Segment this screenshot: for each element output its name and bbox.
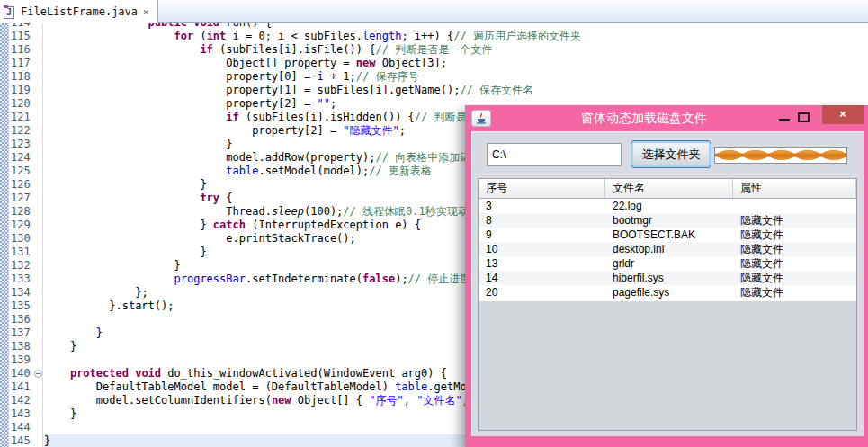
line-number: 120 [9, 97, 42, 111]
code-line: for (int i = 0; i < subFiles.length; i++… [44, 30, 868, 43]
line-number: 123 [9, 138, 42, 151]
table-cell: 8 [479, 213, 605, 228]
java-file-icon: J [4, 5, 15, 19]
file-loader-dialog: 窗体动态加载磁盘文件 × 选择文件夹 [465, 105, 868, 447]
line-number: 124 [9, 151, 42, 165]
table-row[interactable]: 13grldr隐藏文件 [479, 256, 856, 271]
table-cell: 22.log [605, 199, 733, 213]
dialog-content: 选择文件夹 序号文件名属性 [471, 131, 864, 436]
tab-title: FileListFrame.java [21, 5, 138, 18]
table-row[interactable]: 322.log [479, 199, 856, 213]
file-table-body: 322.log8bootmgr隐藏文件9BOOTSECT.BAK隐藏文件10de… [479, 199, 856, 301]
line-number: 130 [9, 232, 42, 246]
file-table-scrollpane: 序号文件名属性 322.log8bootmgr隐藏文件9BOOTSECT.BAK… [478, 178, 857, 431]
table-cell: 隐藏文件 [733, 242, 856, 256]
table-cell: pagefile.sys [605, 285, 733, 299]
line-number: 143 [9, 407, 42, 421]
indeterminate-progress-bar [714, 147, 847, 164]
file-table-header[interactable]: 序号文件名属性 [479, 179, 856, 199]
line-number: 116 [9, 43, 42, 57]
editor-tab-bar: J FileListFrame.java × [0, 0, 868, 23]
line-number: 115 [9, 30, 42, 43]
table-cell: 20 [479, 285, 605, 299]
annotation-ruler [0, 23, 9, 447]
line-number: 132 [9, 259, 42, 273]
code-line: property[1] = subFiles[i].getName();// 保… [44, 84, 868, 97]
line-number: 122 [9, 124, 42, 138]
table-cell: BOOTSECT.BAK [605, 228, 733, 242]
line-number: 136 [9, 313, 42, 326]
table-row[interactable]: 20pagefile.sys隐藏文件 [479, 285, 856, 299]
table-cell: 隐藏文件 [733, 256, 856, 271]
table-cell: 隐藏文件 [733, 271, 856, 285]
java-coffee-icon [471, 110, 491, 127]
table-row[interactable]: 14hiberfil.sys隐藏文件 [479, 271, 856, 285]
line-number: 145 [9, 434, 42, 447]
line-number: 118 [9, 70, 42, 84]
table-cell: grldr [605, 256, 733, 271]
line-number: 133 [9, 273, 42, 286]
line-number: 125 [9, 165, 42, 178]
table-header-cell[interactable]: 文件名 [605, 179, 733, 198]
line-number: 144 [9, 421, 42, 434]
dialog-title-bar[interactable]: 窗体动态加载磁盘文件 × [465, 105, 868, 131]
line-number: 119 [9, 84, 42, 97]
table-cell: 9 [479, 228, 605, 242]
table-cell [733, 199, 856, 213]
screen: { "tab": { "title": "FileListFrame.java"… [0, 0, 868, 447]
table-cell: 13 [479, 256, 605, 271]
table-header-cell[interactable]: 序号 [479, 179, 605, 198]
line-number: 137 [9, 326, 42, 340]
fold-collapse-icon[interactable] [34, 370, 42, 378]
svg-text:J: J [6, 7, 12, 17]
table-header-cell[interactable]: 属性 [733, 179, 856, 198]
line-number: 114 [9, 23, 42, 30]
code-line: property[0] = i + 1;// 保存序号 [44, 70, 868, 84]
code-line: public void run() { [44, 23, 868, 30]
table-cell: 隐藏文件 [733, 213, 856, 228]
line-number: 121 [9, 111, 42, 124]
table-row[interactable]: 8bootmgr隐藏文件 [479, 213, 856, 228]
table-row[interactable]: 10desktop.ini隐藏文件 [479, 242, 856, 256]
close-icon[interactable]: × [822, 105, 864, 124]
path-input[interactable] [487, 143, 622, 166]
line-number: 117 [9, 57, 42, 70]
line-number: 138 [9, 340, 42, 353]
table-cell: 10 [479, 242, 605, 256]
line-number: 139 [9, 353, 42, 367]
line-number: 128 [9, 205, 42, 219]
table-cell: hiberfil.sys [605, 271, 733, 285]
table-cell: bootmgr [605, 213, 733, 228]
maximize-icon[interactable] [798, 112, 810, 122]
dialog-title: 窗体动态加载磁盘文件 [519, 105, 769, 131]
code-line: if (subFiles[i].isFile()) {// 判断是否是一个文件 [44, 43, 868, 57]
line-number: 127 [9, 192, 42, 205]
line-number-gutter: 1141151161171181191201211221231241251261… [9, 23, 43, 447]
line-number: 129 [9, 219, 42, 232]
minimize-icon[interactable] [779, 119, 790, 121]
tab-close-icon[interactable]: × [143, 6, 149, 18]
line-number: 141 [9, 380, 42, 394]
line-number: 135 [9, 299, 42, 313]
table-cell: 14 [479, 271, 605, 285]
table-row[interactable]: 9BOOTSECT.BAK隐藏文件 [479, 228, 856, 242]
line-number: 126 [9, 178, 42, 192]
table-cell: 隐藏文件 [733, 285, 856, 299]
code-line: Object[] property = new Object[3]; [44, 57, 868, 70]
line-number: 134 [9, 286, 42, 299]
line-number: 131 [9, 246, 42, 259]
table-cell: 3 [479, 199, 605, 213]
tab-filelistframe-java[interactable]: J FileListFrame.java × [0, 0, 158, 23]
line-number: 142 [9, 394, 42, 407]
table-cell: 隐藏文件 [733, 228, 856, 242]
choose-folder-button[interactable]: 选择文件夹 [631, 140, 711, 168]
table-cell: desktop.ini [605, 242, 733, 256]
